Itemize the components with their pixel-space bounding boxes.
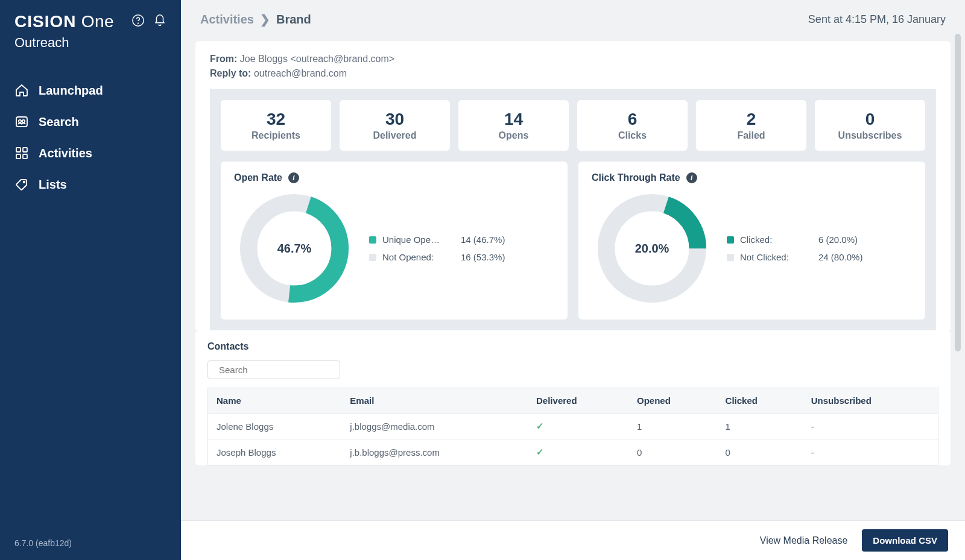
table-row[interactable]: Jolene Bloggs j.bloggs@media.com ✓ 1 1 - (208, 414, 938, 439)
footer-bar: View Media Release Download CSV (181, 520, 965, 560)
topbar: Activities ❯ Brand Sent at 4:15 PM, 16 J… (181, 0, 965, 31)
product-name: Outreach (14, 35, 166, 51)
app-logo: CISION One (14, 12, 114, 31)
legend-value: 16 (53.3%) (461, 252, 505, 262)
cell-email: j.b.bloggs@press.com (341, 439, 528, 465)
stat-box: 0 Unsubscribes (815, 100, 925, 151)
cell-unsub: - (803, 414, 938, 439)
stat-label: Opens (463, 130, 564, 141)
info-icon[interactable]: i (288, 172, 299, 183)
open-rate-value: 46.7% (234, 188, 355, 309)
stat-label: Delivered (344, 130, 445, 141)
svg-point-9 (24, 181, 25, 183)
contacts-title: Contacts (207, 341, 938, 352)
svg-point-3 (19, 120, 21, 122)
sidebar-item-label: Lists (39, 178, 67, 192)
from-line: From: Joe Bloggs <outreach@brand.com> (210, 52, 936, 66)
legend-row: Unique Ope… 14 (46.7%) (369, 234, 554, 245)
stat-value: 2 (701, 110, 802, 129)
breadcrumb-current: Brand (276, 13, 311, 27)
app-version: 6.7.0 (eafb12d) (0, 538, 181, 548)
sidebar-item-search[interactable]: Search (0, 106, 181, 137)
cell-opened: 0 (628, 439, 717, 465)
stat-label: Failed (701, 130, 802, 141)
sent-timestamp: Sent at 4:15 PM, 16 January (808, 13, 946, 26)
legend-swatch (369, 236, 376, 244)
legend-swatch (369, 254, 376, 261)
table-header: Opened (628, 388, 717, 414)
ctr-title: Click Through Rate (592, 172, 680, 183)
chevron-right-icon: ❯ (260, 12, 270, 27)
table-header: Delivered (528, 388, 628, 414)
cell-delivered: ✓ (528, 414, 628, 439)
cell-opened: 1 (628, 414, 717, 439)
info-icon[interactable]: i (686, 172, 697, 183)
legend-label: Not Opened: (382, 252, 455, 262)
tag-icon (14, 177, 29, 192)
legend-label: Unique Ope… (382, 234, 455, 245)
contacts-search[interactable] (207, 360, 340, 379)
sidebar-item-launchpad[interactable]: Launchpad (0, 75, 181, 106)
legend-value: 14 (46.7%) (461, 234, 505, 245)
sidebar: CISION One Outreach Launchpad Search Act… (0, 0, 181, 560)
legend-value: 6 (20.0%) (818, 234, 858, 245)
sidebar-item-activities[interactable]: Activities (0, 137, 181, 169)
stat-value: 14 (463, 110, 564, 129)
open-rate-card: Open Rate i 46.7% Unique Ope… (221, 162, 568, 319)
breadcrumb: Activities ❯ Brand (200, 12, 311, 27)
open-rate-title: Open Rate (234, 172, 282, 183)
contacts-search-input[interactable] (219, 365, 334, 375)
contacts-card: Contacts NameEmailDeliveredOpenedClicked… (195, 330, 951, 465)
stats-row: 32 Recipients30 Delivered14 Opens6 Click… (221, 100, 925, 151)
svg-rect-5 (16, 148, 21, 152)
bell-icon[interactable] (153, 14, 166, 30)
contacts-icon (14, 115, 29, 129)
legend-swatch (727, 254, 734, 261)
stat-box: 2 Failed (696, 100, 806, 151)
cell-unsub: - (803, 439, 938, 465)
table-row[interactable]: Joseph Bloggs j.b.bloggs@press.com ✓ 0 0… (208, 439, 938, 465)
stat-label: Unsubscribes (820, 130, 920, 141)
table-header: Unsubscribed (803, 388, 938, 414)
ctr-card: Click Through Rate i 20.0% Cli (578, 162, 925, 319)
svg-point-4 (22, 120, 25, 122)
svg-rect-8 (23, 154, 27, 159)
grid-icon (14, 146, 29, 160)
table-header: Email (341, 388, 528, 414)
cell-clicked: 0 (717, 439, 803, 465)
legend-row: Not Clicked: 24 (80.0%) (727, 252, 912, 262)
stat-box: 32 Recipients (221, 100, 331, 151)
sidebar-item-lists[interactable]: Lists (0, 169, 181, 200)
breadcrumb-parent[interactable]: Activities (200, 13, 254, 27)
legend-label: Not Clicked: (740, 252, 812, 262)
cell-name: Joseph Bloggs (208, 439, 342, 465)
message-meta-card: From: Joe Bloggs <outreach@brand.com> Re… (195, 41, 951, 330)
stat-value: 0 (820, 110, 920, 129)
legend-label: Clicked: (740, 234, 812, 245)
svg-rect-6 (23, 148, 27, 152)
view-media-release-link[interactable]: View Media Release (760, 535, 848, 546)
legend-row: Clicked: 6 (20.0%) (727, 234, 912, 245)
cell-clicked: 1 (717, 414, 803, 439)
stat-label: Clicks (582, 130, 683, 141)
legend-swatch (727, 236, 734, 244)
sidebar-nav: Launchpad Search Activities Lists (0, 60, 181, 538)
download-csv-button[interactable]: Download CSV (862, 529, 948, 552)
home-icon (14, 83, 29, 98)
stat-value: 32 (226, 110, 326, 129)
help-icon[interactable] (131, 14, 145, 30)
check-icon: ✓ (536, 421, 544, 431)
stat-value: 6 (582, 110, 683, 129)
table-header: Name (208, 388, 342, 414)
sidebar-item-label: Search (39, 115, 79, 129)
sidebar-item-label: Activities (39, 146, 92, 160)
cell-name: Jolene Bloggs (208, 414, 342, 439)
stat-value: 30 (344, 110, 445, 129)
cell-delivered: ✓ (528, 439, 628, 465)
svg-point-1 (138, 23, 139, 24)
svg-rect-2 (16, 117, 27, 127)
stat-box: 14 Opens (458, 100, 569, 151)
scrollbar[interactable] (955, 34, 961, 351)
svg-rect-7 (16, 154, 21, 159)
ctr-value: 20.0% (592, 188, 712, 309)
